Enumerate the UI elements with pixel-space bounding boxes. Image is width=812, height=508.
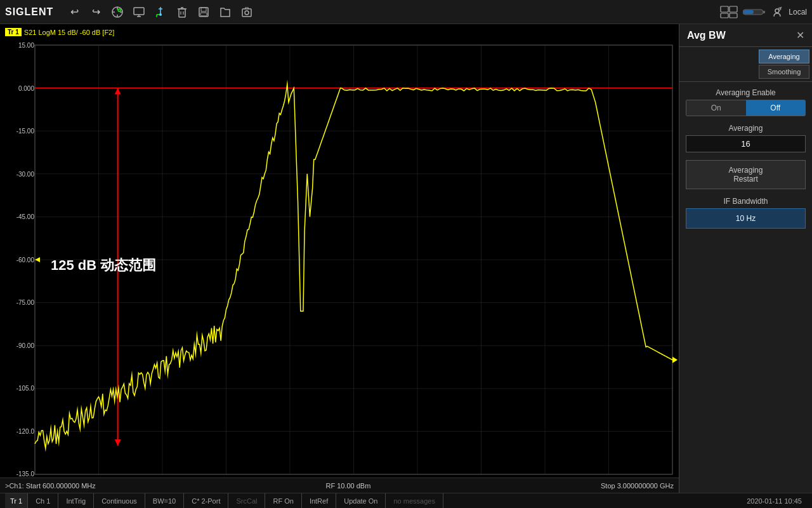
redo-button[interactable]: ↪ [86, 3, 105, 21]
y-axis-label: -135.0 [3, 471, 34, 478]
chart-stop-freq: Stop 3.000000000 GHz [601, 482, 674, 490]
status-srccal: SrcCal [228, 493, 265, 508]
averaging-enable-label: Averaging Enable [686, 88, 806, 97]
save-button[interactable] [194, 3, 213, 21]
status-sweep: Continuous [94, 493, 145, 508]
tab-averaging[interactable]: Averaging [759, 50, 809, 64]
svg-point-9 [159, 13, 162, 16]
averaging-restart-section: AveragingRestart [686, 160, 806, 189]
status-channel: Ch 1 [28, 493, 58, 508]
svg-rect-28 [763, 11, 765, 13]
y-axis-label: 15.00 [3, 42, 34, 49]
if-bandwidth-section: IF Bandwidth 10 Hz [686, 197, 806, 229]
status-messages: no messages [386, 493, 443, 508]
panel-title: Avg BW [687, 30, 726, 41]
marker-button[interactable] [151, 3, 170, 21]
panel-close-button[interactable]: ✕ [796, 29, 804, 41]
if-bandwidth-value-button[interactable]: 10 Hz [686, 208, 806, 229]
toolbar: SIGLENT ↩ ↪ [0, 0, 812, 24]
svg-rect-12 [179, 9, 185, 17]
status-trigger: IntTrig [58, 493, 94, 508]
status-ref: IntRef [302, 493, 336, 508]
tab-smoothing[interactable]: Smoothing [759, 65, 809, 79]
location-label: Local [789, 8, 807, 17]
if-bandwidth-label: IF Bandwidth [686, 197, 806, 206]
screenshot-button[interactable] [237, 3, 256, 21]
undo-button[interactable]: ↩ [65, 3, 84, 21]
chart-bottom-bar: >Ch1: Start 600.000000 MHz RF 10.00 dBm … [0, 478, 679, 493]
averaging-off-button[interactable]: Off [746, 100, 806, 116]
y-axis-label: -15.00 [3, 128, 34, 135]
svg-rect-18 [201, 8, 206, 11]
y-axis-label: -90.00 [3, 342, 34, 349]
averaging-enable-section: Averaging Enable On Off [686, 88, 806, 116]
chart-start-freq: >Ch1: Start 600.000000 MHz [5, 482, 96, 490]
averaging-restart-button[interactable]: AveragingRestart [686, 160, 806, 189]
y-axis-label: -45.00 [3, 213, 34, 220]
trace-badge: Tr 1 [5, 28, 22, 36]
panel-tabs: Averaging Smoothing [679, 47, 812, 82]
trace-label: Tr 1 S21 LogM 15 dB/ -60 dB [F2] [5, 28, 114, 36]
y-axis-label: -105.0 [3, 385, 34, 392]
y-axis-label: -30.00 [3, 171, 34, 178]
y-axis-label: -75.00 [3, 299, 34, 306]
status-datetime: 2020-01-11 10:45 [742, 497, 807, 505]
y-axis: 15.000.000-15.00-30.00-45.00-60.00-75.00… [0, 42, 35, 478]
chart-rf-power: RF 10.00 dBm [325, 482, 370, 490]
svg-point-21 [245, 11, 249, 15]
averaging-on-button[interactable]: On [686, 100, 746, 116]
y-axis-label: -120.0 [3, 428, 34, 435]
svg-rect-23 [730, 6, 737, 12]
load-button[interactable] [216, 3, 235, 21]
svg-rect-25 [730, 13, 737, 18]
status-update: Update On [336, 493, 386, 508]
dynamic-range-annotation: 125 dB 动态范围 [51, 256, 156, 275]
y-axis-label: 0.000 [3, 85, 34, 92]
svg-rect-6 [134, 8, 144, 15]
svg-rect-24 [721, 13, 728, 18]
svg-rect-19 [200, 13, 207, 16]
display-button[interactable] [129, 3, 148, 21]
svg-rect-22 [721, 6, 728, 12]
averaging-section: Averaging 16 [686, 124, 806, 152]
calibration-button[interactable] [108, 3, 127, 21]
delete-button[interactable] [173, 3, 192, 21]
panel-content: Averaging Enable On Off Averaging 16 Ave… [679, 82, 812, 493]
statusbar: Tr 1 Ch 1 IntTrig Continuous BW=10 C* 2-… [0, 493, 812, 508]
svg-rect-20 [242, 9, 251, 17]
status-rf: RF On [265, 493, 301, 508]
panel-header: Avg BW ✕ [679, 24, 812, 47]
status-port: C* 2-Port [184, 493, 228, 508]
y-axis-label: -60.00 [3, 257, 34, 264]
toolbar-right: Local [720, 6, 807, 18]
svg-rect-27 [743, 10, 754, 14]
svg-point-5 [118, 9, 121, 11]
chart-plot-area: 15.000.000-15.00-30.00-45.00-60.00-75.00… [0, 42, 679, 478]
siglent-logo: SIGLENT [5, 6, 53, 18]
status-bw: BW=10 [145, 493, 184, 508]
status-trace: Tr 1 [5, 493, 28, 508]
chart-container: Tr 1 S21 LogM 15 dB/ -60 dB [F2] 15.000.… [0, 24, 679, 493]
main-area: Tr 1 S21 LogM 15 dB/ -60 dB [F2] 15.000.… [0, 24, 812, 493]
averaging-value[interactable]: 16 [686, 135, 806, 152]
right-panel: Avg BW ✕ Averaging Smoothing Averaging E… [679, 24, 812, 493]
averaging-enable-toggle: On Off [686, 100, 806, 116]
averaging-label: Averaging [686, 124, 806, 133]
trace-info: S21 LogM 15 dB/ -60 dB [F2] [24, 29, 114, 36]
